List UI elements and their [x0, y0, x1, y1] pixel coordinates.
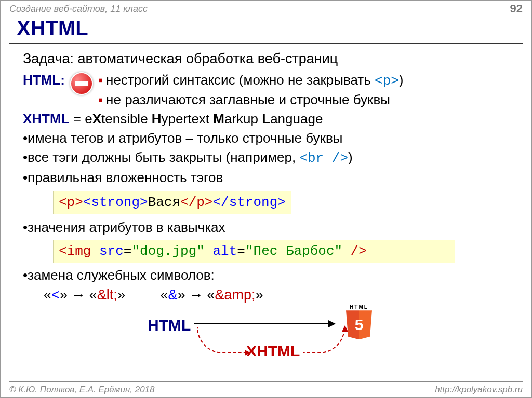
arrow-dashed-down — [197, 327, 249, 353]
no-entry-icon — [70, 72, 93, 95]
arrow-dashed-up — [303, 327, 345, 353]
diagram-html-label: HTML — [148, 315, 191, 336]
html5-logo-icon: HTML — [345, 304, 373, 340]
diagram-xhtml-label: XHTML — [246, 341, 300, 362]
arrow-solid — [194, 323, 335, 324]
footer-url: http://kpolyakov.spb.ru — [435, 385, 523, 395]
footer: © К.Ю. Поляков, Е.А. Ерёмин, 2018 http:/… — [9, 381, 523, 395]
diagram: HTML XHTML HTML — [148, 309, 517, 366]
footer-copyright: © К.Ю. Поляков, Е.А. Ерёмин, 2018 — [9, 385, 155, 395]
